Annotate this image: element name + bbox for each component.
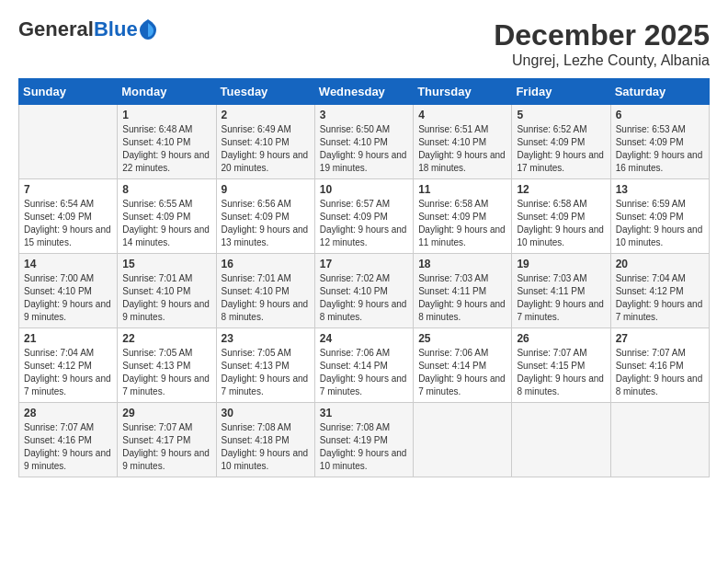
day-number: 15: [122, 258, 210, 270]
day-info: Sunrise: 6:58 AMSunset: 4:09 PMDaylight:…: [517, 198, 605, 249]
day-info: Sunrise: 7:04 AMSunset: 4:12 PMDaylight:…: [24, 347, 112, 398]
weekday-header-monday: Monday: [118, 79, 216, 105]
calendar-cell: 27Sunrise: 7:07 AMSunset: 4:16 PMDayligh…: [610, 328, 709, 403]
day-number: 22: [122, 332, 210, 345]
calendar-week-1: 1Sunrise: 6:48 AMSunset: 4:10 PMDaylight…: [19, 105, 710, 179]
weekday-header-sunday: Sunday: [19, 79, 118, 105]
calendar-cell: 5Sunrise: 6:52 AMSunset: 4:09 PMDaylight…: [512, 105, 610, 179]
day-info: Sunrise: 6:55 AMSunset: 4:09 PMDaylight:…: [122, 198, 210, 249]
calendar-cell: [414, 403, 512, 477]
calendar-cell: 25Sunrise: 7:06 AMSunset: 4:14 PMDayligh…: [414, 328, 512, 403]
day-info: Sunrise: 7:08 AMSunset: 4:19 PMDaylight:…: [320, 421, 408, 473]
calendar-cell: 8Sunrise: 6:55 AMSunset: 4:09 PMDaylight…: [118, 179, 216, 254]
calendar-week-4: 21Sunrise: 7:04 AMSunset: 4:12 PMDayligh…: [19, 328, 710, 403]
calendar-cell: 29Sunrise: 7:07 AMSunset: 4:17 PMDayligh…: [118, 403, 216, 477]
day-info: Sunrise: 7:03 AMSunset: 4:11 PMDaylight:…: [418, 272, 506, 324]
day-info: Sunrise: 6:52 AMSunset: 4:09 PMDaylight:…: [517, 123, 605, 175]
day-number: 21: [24, 332, 112, 345]
day-info: Sunrise: 6:57 AMSunset: 4:09 PMDaylight:…: [320, 198, 408, 249]
calendar-cell: 14Sunrise: 7:00 AMSunset: 4:10 PMDayligh…: [19, 254, 118, 328]
day-number: 20: [616, 258, 704, 270]
day-number: 8: [122, 183, 210, 196]
day-info: Sunrise: 7:06 AMSunset: 4:14 PMDaylight:…: [320, 347, 408, 398]
day-info: Sunrise: 7:02 AMSunset: 4:10 PMDaylight:…: [320, 272, 408, 324]
month-title: December 2025: [494, 18, 710, 52]
day-info: Sunrise: 7:00 AMSunset: 4:10 PMDaylight:…: [24, 272, 112, 324]
day-number: 24: [320, 332, 408, 345]
day-number: 17: [320, 258, 408, 270]
calendar-cell: 17Sunrise: 7:02 AMSunset: 4:10 PMDayligh…: [314, 254, 413, 328]
day-number: 16: [222, 258, 310, 270]
day-number: 2: [222, 109, 310, 121]
weekday-header-tuesday: Tuesday: [216, 79, 314, 105]
day-info: Sunrise: 7:07 AMSunset: 4:17 PMDaylight:…: [122, 421, 210, 473]
day-number: 19: [517, 258, 605, 270]
calendar-cell: 21Sunrise: 7:04 AMSunset: 4:12 PMDayligh…: [19, 328, 118, 403]
day-info: Sunrise: 7:01 AMSunset: 4:10 PMDaylight:…: [222, 272, 310, 324]
weekday-header-saturday: Saturday: [610, 79, 709, 105]
day-number: 31: [320, 407, 408, 419]
day-number: 3: [320, 109, 408, 121]
day-number: 1: [122, 109, 210, 121]
day-number: 6: [616, 109, 704, 121]
day-info: Sunrise: 7:07 AMSunset: 4:16 PMDaylight:…: [616, 347, 704, 398]
calendar-cell: 13Sunrise: 6:59 AMSunset: 4:09 PMDayligh…: [610, 179, 709, 254]
logo-blue: Blue: [94, 17, 138, 40]
calendar-week-5: 28Sunrise: 7:07 AMSunset: 4:16 PMDayligh…: [19, 403, 710, 477]
logo-icon: [140, 19, 156, 40]
calendar-table: SundayMondayTuesdayWednesdayThursdayFrid…: [18, 78, 710, 477]
day-info: Sunrise: 6:58 AMSunset: 4:09 PMDaylight:…: [418, 198, 506, 249]
calendar-cell: 20Sunrise: 7:04 AMSunset: 4:12 PMDayligh…: [610, 254, 709, 328]
calendar-cell: 22Sunrise: 7:05 AMSunset: 4:13 PMDayligh…: [118, 328, 216, 403]
calendar-cell: 23Sunrise: 7:05 AMSunset: 4:13 PMDayligh…: [216, 328, 314, 403]
calendar-cell: 24Sunrise: 7:06 AMSunset: 4:14 PMDayligh…: [314, 328, 413, 403]
weekday-header-row: SundayMondayTuesdayWednesdayThursdayFrid…: [19, 79, 710, 105]
day-number: 5: [517, 109, 605, 121]
calendar-cell: 28Sunrise: 7:07 AMSunset: 4:16 PMDayligh…: [19, 403, 118, 477]
calendar-cell: 15Sunrise: 7:01 AMSunset: 4:10 PMDayligh…: [118, 254, 216, 328]
day-info: Sunrise: 6:48 AMSunset: 4:10 PMDaylight:…: [122, 123, 210, 175]
day-number: 9: [222, 183, 310, 196]
day-info: Sunrise: 7:07 AMSunset: 4:15 PMDaylight:…: [517, 347, 605, 398]
day-info: Sunrise: 7:05 AMSunset: 4:13 PMDaylight:…: [222, 347, 310, 398]
calendar-cell: 9Sunrise: 6:56 AMSunset: 4:09 PMDaylight…: [216, 179, 314, 254]
calendar-cell: 26Sunrise: 7:07 AMSunset: 4:15 PMDayligh…: [512, 328, 610, 403]
day-number: 26: [517, 332, 605, 345]
calendar-cell: 6Sunrise: 6:53 AMSunset: 4:09 PMDaylight…: [610, 105, 709, 179]
calendar-cell: 11Sunrise: 6:58 AMSunset: 4:09 PMDayligh…: [414, 179, 512, 254]
weekday-header-thursday: Thursday: [414, 79, 512, 105]
day-number: 13: [616, 183, 704, 196]
day-number: 11: [418, 183, 506, 196]
calendar-cell: 10Sunrise: 6:57 AMSunset: 4:09 PMDayligh…: [314, 179, 413, 254]
calendar-cell: 18Sunrise: 7:03 AMSunset: 4:11 PMDayligh…: [414, 254, 512, 328]
calendar-cell: 1Sunrise: 6:48 AMSunset: 4:10 PMDaylight…: [118, 105, 216, 179]
logo: GeneralBlue: [18, 18, 156, 40]
location: Ungrej, Lezhe County, Albania: [494, 52, 710, 69]
day-info: Sunrise: 6:50 AMSunset: 4:10 PMDaylight:…: [320, 123, 408, 175]
weekday-header-wednesday: Wednesday: [314, 79, 413, 105]
calendar-cell: 19Sunrise: 7:03 AMSunset: 4:11 PMDayligh…: [512, 254, 610, 328]
title-block: December 2025 Ungrej, Lezhe County, Alba…: [494, 18, 710, 69]
day-number: 27: [616, 332, 704, 345]
day-number: 29: [122, 407, 210, 419]
day-info: Sunrise: 7:08 AMSunset: 4:18 PMDaylight:…: [222, 421, 310, 473]
day-info: Sunrise: 6:59 AMSunset: 4:09 PMDaylight:…: [616, 198, 704, 249]
day-number: 12: [517, 183, 605, 196]
calendar-cell: 31Sunrise: 7:08 AMSunset: 4:19 PMDayligh…: [314, 403, 413, 477]
calendar-cell: 4Sunrise: 6:51 AMSunset: 4:10 PMDaylight…: [414, 105, 512, 179]
calendar-cell: [19, 105, 118, 179]
day-number: 23: [222, 332, 310, 345]
day-info: Sunrise: 6:54 AMSunset: 4:09 PMDaylight:…: [24, 198, 112, 249]
calendar-week-2: 7Sunrise: 6:54 AMSunset: 4:09 PMDaylight…: [19, 179, 710, 254]
logo-general: General: [18, 17, 94, 40]
day-number: 14: [24, 258, 112, 270]
calendar-cell: 7Sunrise: 6:54 AMSunset: 4:09 PMDaylight…: [19, 179, 118, 254]
day-info: Sunrise: 7:06 AMSunset: 4:14 PMDaylight:…: [418, 347, 506, 398]
calendar-cell: 2Sunrise: 6:49 AMSunset: 4:10 PMDaylight…: [216, 105, 314, 179]
day-info: Sunrise: 7:04 AMSunset: 4:12 PMDaylight:…: [616, 272, 704, 324]
calendar-cell: [512, 403, 610, 477]
calendar-week-3: 14Sunrise: 7:00 AMSunset: 4:10 PMDayligh…: [19, 254, 710, 328]
day-number: 10: [320, 183, 408, 196]
day-info: Sunrise: 7:01 AMSunset: 4:10 PMDaylight:…: [122, 272, 210, 324]
day-number: 18: [418, 258, 506, 270]
